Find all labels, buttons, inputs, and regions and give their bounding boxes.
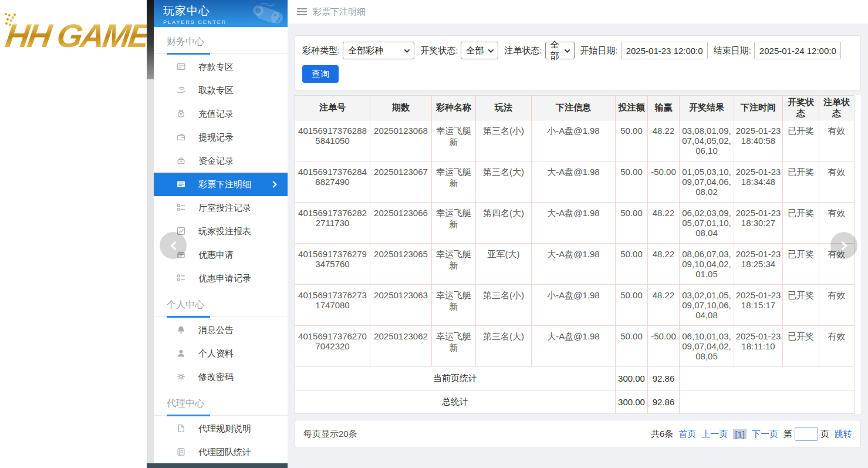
start-date-input[interactable] [621, 42, 708, 59]
sidebar-item-label: 充值记录 [198, 109, 234, 120]
col-header-lottery_name: 彩种名称 [432, 96, 476, 120]
cell-bet_status: 有效 [819, 326, 855, 367]
sidebar-section-title: 个人中心 [154, 290, 288, 317]
prev-page-link[interactable]: 上一页 [701, 429, 728, 440]
start-date-label: 开始日期: [580, 45, 618, 56]
sidebar-item-announcements[interactable]: 消息公告 [154, 318, 288, 342]
cell-period: 20250123067 [370, 161, 432, 203]
cell-lottery_name: 幸运飞艇新 [432, 203, 476, 244]
carousel-next-button[interactable] [830, 232, 857, 259]
lottery-type-select[interactable]: 全部彩种 [343, 42, 414, 59]
cell-bet_amount: 50.00 [616, 161, 648, 203]
jump-page-input[interactable] [795, 427, 818, 441]
cell-play: 第三名(小) [476, 120, 532, 161]
cell-bet_status: 有效 [819, 285, 855, 326]
cell-draw_result: 06,02,03,09,05,07,01,10,08,04 [680, 203, 734, 244]
bet-status-select[interactable]: 全部 [545, 42, 575, 59]
summary-winloss-total: 92.86 [648, 390, 680, 414]
page-title: 彩票下注明细 [313, 6, 366, 18]
cell-lottery_name: 幸运飞艇新 [432, 161, 476, 203]
menu-toggle-icon[interactable] [297, 8, 307, 9]
sidebar-item-promo-apply-records[interactable]: 优惠申请记录 [154, 267, 288, 290]
total-count-text: 共6条 [651, 429, 673, 440]
cell-bet_time: 2025-01-23 18:15:17 [734, 285, 783, 326]
cell-bet_status: 有效 [819, 120, 855, 161]
cell-draw_status: 已开奖 [783, 244, 819, 285]
sidebar-item-hall-bet-records[interactable]: 厅室投注记录 [154, 196, 288, 220]
sidebar-item-label: 代理规则说明 [198, 423, 251, 435]
sidebar-item-withdraw[interactable]: 取款专区 [154, 79, 288, 102]
draw-status-label: 开奖状态: [420, 45, 458, 56]
chevron-right-icon [837, 241, 847, 250]
sidebar-item-profile[interactable]: 个人资料 [154, 342, 288, 365]
lottery-type-label: 彩种类型: [302, 45, 340, 56]
sidebar-item-agent-team-stats[interactable]: 代理团队统计 [154, 440, 288, 464]
cell-draw_status: 已开奖 [783, 120, 819, 161]
jump-button[interactable]: 跳转 [835, 429, 852, 440]
cell-bet_no: 401569173762822711730 [295, 203, 370, 244]
sidebar-item-withdrawal-records[interactable]: 提现记录 [154, 126, 288, 149]
table-row: 40156917376279347576020250123065幸运飞艇新亚军(… [295, 244, 855, 285]
next-page-link[interactable]: 下一页 [752, 429, 778, 440]
sidebar-item-lottery-bet-details[interactable]: 彩票下注明细 [154, 173, 288, 196]
bet-list-icon [176, 179, 187, 190]
bets-table: 注单号期数彩种名称玩法下注信息投注额输赢开奖结果下注时间开奖状态注单状态 401… [295, 95, 855, 414]
cell-win_loss: 48.22 [648, 285, 680, 326]
cell-period: 20250123068 [370, 120, 432, 161]
cell-play: 亚军(大) [476, 244, 532, 285]
cell-period: 20250123066 [370, 203, 432, 244]
summary-winloss-total: 92.86 [648, 367, 680, 390]
pagination-bar: 每页显示20条 共6条 首页 上一页 [1] 下一页 第 页 跳转 [295, 420, 861, 448]
end-date-input[interactable] [754, 42, 841, 59]
sidebar-item-label: 个人资料 [198, 348, 234, 359]
sidebar-item-agent-rules[interactable]: 代理规则说明 [154, 417, 288, 440]
summary-blank [680, 367, 855, 390]
cell-bet_amount: 50.00 [616, 120, 648, 161]
sidebar-item-label: 彩票下注明细 [198, 179, 251, 190]
cell-win_loss: 48.22 [648, 120, 680, 161]
panel-edge-strip [147, 0, 154, 468]
summary-bet-total: 300.00 [616, 390, 648, 414]
cell-bet_info: 大-A盘@1.98 [532, 244, 616, 285]
sidebar-item-funds-records[interactable]: 资金记录 [154, 149, 288, 173]
jump-suffix-text: 页 [820, 429, 829, 440]
summary-bet-total: 300.00 [616, 367, 648, 390]
cell-win_loss: 48.22 [648, 244, 680, 285]
coin-purse-icon [176, 156, 187, 166]
filter-panel: 彩种类型: 全部彩种 开奖状态: 全部 注单状态: 全部 [295, 35, 861, 90]
table-header-row: 注单号期数彩种名称玩法下注信息投注额输赢开奖结果下注时间开奖状态注单状态 [295, 96, 855, 120]
search-button[interactable]: 查询 [302, 65, 339, 83]
cell-lottery_name: 幸运飞艇新 [432, 120, 476, 161]
user-icon [176, 348, 187, 359]
col-header-draw_status: 开奖状态 [783, 96, 819, 120]
summary-blank [680, 390, 855, 414]
cell-period: 20250123063 [370, 285, 432, 326]
cell-bet_info: 小-A盘@1.98 [532, 285, 616, 326]
cell-draw_status: 已开奖 [783, 285, 819, 326]
cell-draw_status: 已开奖 [783, 203, 819, 244]
col-header-bet_amount: 投注额 [616, 96, 648, 120]
sidebar-item-recharge-records[interactable]: 充值记录 [154, 102, 288, 126]
bet-status-label: 注单状态: [504, 45, 542, 56]
col-header-draw_result: 开奖结果 [680, 96, 734, 120]
sidebar-item-deposit[interactable]: 存款专区 [154, 55, 288, 79]
current-page-indicator: [1] [733, 429, 747, 439]
cell-bet_no: 401569173762885841050 [295, 120, 370, 161]
sidebar-item-label: 优惠申请记录 [198, 273, 251, 284]
cell-draw_status: 已开奖 [783, 161, 819, 203]
summary-label: 当前页统计 [295, 367, 616, 390]
cell-lottery_name: 幸运飞艇新 [432, 244, 476, 285]
cell-draw_result: 01,05,03,10,09,07,04,06,08,02 [680, 161, 734, 203]
sidebar-item-change-password[interactable]: 修改密码 [154, 365, 288, 389]
first-page-link[interactable]: 首页 [678, 429, 696, 440]
cell-draw_result: 03,02,01,05,09,07,10,06,04,08 [680, 285, 734, 326]
sidebar-item-label: 修改密码 [198, 372, 234, 383]
draw-status-select[interactable]: 全部 [461, 42, 498, 59]
cell-bet_time: 2025-01-23 18:25:34 [734, 244, 783, 285]
sidebar-item-label: 存款专区 [198, 62, 234, 73]
checklist-icon [176, 273, 187, 284]
cell-period: 20250123065 [370, 244, 432, 285]
cell-draw_result: 03,08,01,09,07,04,05,02,06,10 [680, 120, 734, 161]
chevron-down-icon [404, 47, 410, 53]
carousel-prev-button[interactable] [160, 232, 187, 259]
